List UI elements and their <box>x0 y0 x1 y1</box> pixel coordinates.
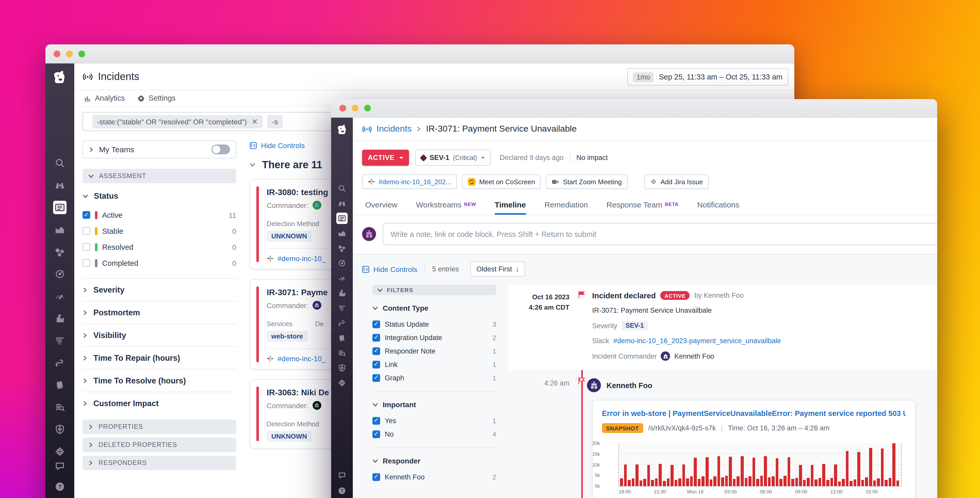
checkbox[interactable] <box>83 227 90 235</box>
properties-section-header[interactable]: PROPERTIES <box>83 420 236 434</box>
target-icon[interactable] <box>53 267 67 281</box>
tab-remediation[interactable]: Remediation <box>544 196 588 215</box>
close-window-button[interactable] <box>54 50 60 57</box>
window-titlebar[interactable] <box>45 45 794 64</box>
content-type-group-title[interactable]: Content Type <box>372 304 496 312</box>
graph-title-link[interactable]: Error in web-store | PaymentServiceUnava… <box>602 409 906 418</box>
filter-responder-kenneth-foo[interactable]: Kenneth Foo2 <box>372 470 496 484</box>
filter-lines-icon[interactable] <box>53 334 67 347</box>
book-icon[interactable] <box>53 378 67 392</box>
flow-icon[interactable] <box>336 318 348 329</box>
checkbox[interactable] <box>372 320 380 328</box>
hexagons-icon[interactable] <box>53 245 67 259</box>
gauge-icon[interactable] <box>336 273 348 284</box>
checkbox[interactable] <box>372 334 380 342</box>
checkbox[interactable] <box>372 347 380 355</box>
graph-snapshot-card[interactable]: Error in web-store | PaymentServiceUnava… <box>592 400 916 498</box>
sidebar-section-visibility[interactable]: Visibility <box>83 324 236 346</box>
date-range-picker[interactable]: 1mo Sep 25, 11:33 am – Oct 25, 11:33 am <box>627 68 788 86</box>
target-icon[interactable] <box>336 257 348 269</box>
tab-response-team[interactable]: Response TeamBETA <box>606 196 679 215</box>
add-jira-issue-button[interactable]: Add Jira Issue <box>644 174 709 189</box>
date-range-preset[interactable]: 1mo <box>633 72 654 82</box>
chat-icon[interactable] <box>53 459 67 473</box>
chat-icon[interactable] <box>336 469 348 481</box>
important-group-title[interactable]: Important <box>372 401 496 409</box>
sidebar-section-severity[interactable]: Severity <box>83 278 236 301</box>
settings-link[interactable]: Settings <box>137 94 176 102</box>
coscreen-button[interactable]: Meet on CoScreen <box>462 174 541 189</box>
sort-order-button[interactable]: Oldest First ↓ <box>470 262 525 277</box>
filter-graph[interactable]: Graph1 <box>372 371 496 385</box>
flow-icon[interactable] <box>53 356 67 369</box>
close-window-button[interactable] <box>339 105 346 112</box>
status-filter-resolved[interactable]: Resolved 0 <box>83 239 236 255</box>
help-icon[interactable]: ? <box>53 480 67 493</box>
severity-dropdown[interactable]: SEV-1 (Critical) <box>415 150 490 166</box>
analytics-link[interactable]: Analytics <box>84 94 125 102</box>
sidebar-section-customer-impact[interactable]: Customer Impact <box>83 392 236 414</box>
help-icon[interactable]: ? <box>336 485 348 496</box>
tab-workstreams[interactable]: WorkstreamsNEW <box>416 196 476 215</box>
window-titlebar[interactable] <box>331 99 937 118</box>
minimize-window-button[interactable] <box>352 105 358 112</box>
binoculars-icon[interactable] <box>53 179 67 192</box>
area-chart-icon[interactable] <box>336 228 348 239</box>
timeline-entry-graph[interactable]: 4:26 am Kenneth Foo Error in web-store |… <box>509 370 937 498</box>
filter-integration-update[interactable]: Integration Update2 <box>372 331 496 344</box>
tab-notifications[interactable]: Notifications <box>697 196 739 215</box>
status-filter-active[interactable]: Active 11 <box>83 207 236 223</box>
globe-icon[interactable] <box>336 377 348 389</box>
incident-state-dropdown[interactable]: ACTIVE <box>362 150 409 166</box>
filter-status-update[interactable]: Status Update3 <box>372 318 496 331</box>
responders-section-header[interactable]: RESPONDERS <box>83 456 236 470</box>
list-icon[interactable] <box>336 212 348 224</box>
filter-responder-note[interactable]: Responder Note1 <box>372 344 496 358</box>
shield-icon[interactable] <box>336 362 348 374</box>
sidebar-section-time-to-repair[interactable]: Time To Repair (hours) <box>83 346 236 369</box>
timeline-entry-declared[interactable]: Oct 16 2023 4:26 am CDT Incident declare… <box>509 285 937 370</box>
note-input[interactable] <box>383 223 937 245</box>
checkbox[interactable] <box>372 473 380 481</box>
minimize-window-button[interactable] <box>66 50 73 57</box>
search-query-chip-2[interactable]: -s <box>267 115 282 128</box>
slack-channel-button[interactable]: #demo-inc-10_16_202... <box>362 174 457 189</box>
breadcrumb-incidents-link[interactable]: Incidents <box>377 124 412 134</box>
checkbox[interactable] <box>83 259 90 267</box>
responder-group-title[interactable]: Responder <box>372 457 496 465</box>
my-teams-toggle-card[interactable]: My Teams <box>83 140 236 158</box>
datadog-logo[interactable] <box>335 124 349 137</box>
filter-lines-icon[interactable] <box>336 302 348 314</box>
checkbox[interactable] <box>372 374 380 381</box>
maximize-window-button[interactable] <box>364 105 371 112</box>
tab-overview[interactable]: Overview <box>365 196 398 215</box>
sidebar-section-time-to-resolve[interactable]: Time To Resolve (hours) <box>83 369 236 392</box>
search-icon[interactable] <box>53 156 67 170</box>
sidebar-section-postmortem[interactable]: Postmortem <box>83 301 236 324</box>
search-query-chip[interactable]: -state:("stable" OR "resolved" OR "compl… <box>92 115 262 128</box>
avatar[interactable] <box>313 401 321 410</box>
binoculars-icon[interactable] <box>336 198 348 209</box>
log-search-icon[interactable] <box>53 401 67 414</box>
deleted-properties-section-header[interactable]: DELETED PROPERTIES <box>83 437 236 452</box>
remove-query-icon[interactable]: ✕ <box>251 118 258 125</box>
filter-important-yes[interactable]: Yes1 <box>372 414 496 427</box>
snapshot-path[interactable]: /s/rklUvX/qk4-9z5-s7k <box>648 424 716 432</box>
filter-important-no[interactable]: No4 <box>372 427 496 441</box>
puzzle-icon[interactable] <box>53 312 67 325</box>
tab-timeline[interactable]: Timeline <box>495 196 526 215</box>
my-teams-switch[interactable] <box>212 145 230 154</box>
datadog-logo[interactable] <box>51 70 69 87</box>
globe-icon[interactable] <box>53 445 67 458</box>
area-chart-icon[interactable] <box>53 223 67 236</box>
filters-header[interactable]: FILTERS <box>372 285 496 295</box>
avatar[interactable] <box>313 201 321 209</box>
slack-channel-link[interactable]: #demo-inc-10_16_2023-payment_service_una… <box>613 337 781 345</box>
log-search-icon[interactable] <box>336 347 348 359</box>
chart-plot-area[interactable]: 0k5k10k15k20k 18:0021:00Mon 1603:0006:00… <box>619 443 902 487</box>
status-filter-stable[interactable]: Stable 0 <box>83 223 236 239</box>
status-filter-completed[interactable]: Completed 0 <box>83 255 236 271</box>
hide-controls-link[interactable]: Hide Controls <box>362 265 417 273</box>
avatar[interactable] <box>313 301 321 310</box>
filter-link[interactable]: Link1 <box>372 358 496 371</box>
